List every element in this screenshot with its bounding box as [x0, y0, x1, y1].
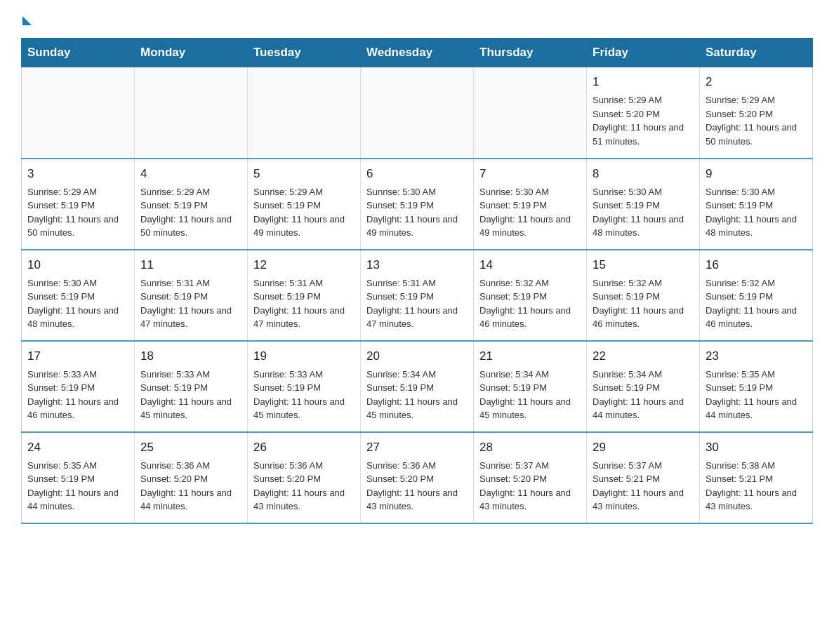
logo-triangle-icon	[22, 16, 32, 25]
day-info: Sunrise: 5:35 AMSunset: 5:19 PMDaylight:…	[27, 459, 128, 514]
calendar-week-5: 24Sunrise: 5:35 AMSunset: 5:19 PMDayligh…	[22, 432, 813, 523]
calendar-cell: 11Sunrise: 5:31 AMSunset: 5:19 PMDayligh…	[135, 250, 248, 341]
day-info: Sunrise: 5:36 AMSunset: 5:20 PMDaylight:…	[253, 459, 355, 514]
day-info: Sunrise: 5:29 AMSunset: 5:19 PMDaylight:…	[253, 185, 355, 240]
day-number: 2	[706, 73, 807, 91]
header-day-thursday: Thursday	[474, 39, 587, 67]
calendar-cell: 9Sunrise: 5:30 AMSunset: 5:19 PMDaylight…	[700, 159, 813, 250]
day-number: 17	[27, 347, 128, 365]
day-info: Sunrise: 5:30 AMSunset: 5:19 PMDaylight:…	[366, 185, 468, 240]
calendar-cell: 27Sunrise: 5:36 AMSunset: 5:20 PMDayligh…	[361, 432, 474, 523]
calendar-cell	[248, 67, 361, 159]
day-info: Sunrise: 5:35 AMSunset: 5:19 PMDaylight:…	[706, 368, 807, 422]
header-day-wednesday: Wednesday	[361, 39, 474, 67]
day-info: Sunrise: 5:30 AMSunset: 5:19 PMDaylight:…	[706, 185, 807, 240]
calendar-body: 1Sunrise: 5:29 AMSunset: 5:20 PMDaylight…	[22, 67, 813, 523]
day-number: 21	[479, 347, 581, 365]
day-number: 15	[593, 256, 694, 274]
calendar-week-3: 10Sunrise: 5:30 AMSunset: 5:19 PMDayligh…	[22, 250, 813, 341]
calendar-cell: 24Sunrise: 5:35 AMSunset: 5:19 PMDayligh…	[22, 432, 135, 523]
calendar-cell	[361, 67, 474, 159]
day-info: Sunrise: 5:31 AMSunset: 5:19 PMDaylight:…	[366, 276, 468, 331]
day-number: 7	[479, 165, 581, 183]
day-number: 3	[27, 165, 128, 183]
day-number: 29	[593, 438, 694, 457]
calendar-week-4: 17Sunrise: 5:33 AMSunset: 5:19 PMDayligh…	[22, 341, 813, 432]
calendar-cell: 10Sunrise: 5:30 AMSunset: 5:19 PMDayligh…	[22, 250, 135, 341]
day-info: Sunrise: 5:34 AMSunset: 5:19 PMDaylight:…	[479, 368, 581, 422]
calendar-cell: 7Sunrise: 5:30 AMSunset: 5:19 PMDaylight…	[474, 159, 587, 250]
day-number: 1	[593, 73, 694, 91]
day-number: 9	[706, 165, 807, 183]
day-number: 22	[593, 347, 694, 365]
calendar-cell: 1Sunrise: 5:29 AMSunset: 5:20 PMDaylight…	[587, 67, 700, 159]
calendar-cell: 17Sunrise: 5:33 AMSunset: 5:19 PMDayligh…	[22, 341, 135, 432]
calendar-cell: 25Sunrise: 5:36 AMSunset: 5:20 PMDayligh…	[135, 432, 248, 523]
calendar-cell: 19Sunrise: 5:33 AMSunset: 5:19 PMDayligh…	[248, 341, 361, 432]
calendar-cell: 29Sunrise: 5:37 AMSunset: 5:21 PMDayligh…	[587, 432, 700, 523]
calendar-cell: 13Sunrise: 5:31 AMSunset: 5:19 PMDayligh…	[361, 250, 474, 341]
day-number: 4	[140, 165, 241, 183]
day-info: Sunrise: 5:29 AMSunset: 5:20 PMDaylight:…	[706, 93, 807, 148]
calendar-cell: 18Sunrise: 5:33 AMSunset: 5:19 PMDayligh…	[135, 341, 248, 432]
day-number: 12	[253, 256, 355, 274]
calendar-cell: 30Sunrise: 5:38 AMSunset: 5:21 PMDayligh…	[700, 432, 813, 523]
day-info: Sunrise: 5:33 AMSunset: 5:19 PMDaylight:…	[253, 368, 355, 422]
day-info: Sunrise: 5:34 AMSunset: 5:19 PMDaylight:…	[593, 368, 694, 422]
calendar-cell	[22, 67, 135, 159]
calendar-cell: 22Sunrise: 5:34 AMSunset: 5:19 PMDayligh…	[587, 341, 700, 432]
header-day-saturday: Saturday	[700, 39, 813, 67]
day-number: 11	[140, 256, 241, 274]
calendar-cell	[135, 67, 248, 159]
calendar-cell: 28Sunrise: 5:37 AMSunset: 5:20 PMDayligh…	[474, 432, 587, 523]
day-info: Sunrise: 5:32 AMSunset: 5:19 PMDaylight:…	[479, 276, 581, 331]
day-number: 5	[253, 165, 355, 183]
day-info: Sunrise: 5:37 AMSunset: 5:20 PMDaylight:…	[479, 459, 581, 514]
day-info: Sunrise: 5:29 AMSunset: 5:19 PMDaylight:…	[140, 185, 241, 240]
calendar-cell: 8Sunrise: 5:30 AMSunset: 5:19 PMDaylight…	[587, 159, 700, 250]
day-number: 16	[706, 256, 807, 274]
header-day-monday: Monday	[135, 39, 248, 67]
day-number: 19	[253, 347, 355, 365]
header-row: SundayMondayTuesdayWednesdayThursdayFrid…	[22, 39, 813, 67]
day-number: 27	[366, 438, 468, 457]
day-number: 20	[366, 347, 468, 365]
day-info: Sunrise: 5:33 AMSunset: 5:19 PMDaylight:…	[140, 368, 241, 422]
header-day-sunday: Sunday	[22, 39, 135, 67]
calendar-week-1: 1Sunrise: 5:29 AMSunset: 5:20 PMDaylight…	[22, 67, 813, 159]
calendar-cell: 3Sunrise: 5:29 AMSunset: 5:19 PMDaylight…	[22, 159, 135, 250]
day-number: 23	[706, 347, 807, 365]
day-info: Sunrise: 5:29 AMSunset: 5:19 PMDaylight:…	[27, 185, 128, 240]
calendar-cell: 20Sunrise: 5:34 AMSunset: 5:19 PMDayligh…	[361, 341, 474, 432]
calendar-cell: 26Sunrise: 5:36 AMSunset: 5:20 PMDayligh…	[248, 432, 361, 523]
calendar-cell: 5Sunrise: 5:29 AMSunset: 5:19 PMDaylight…	[248, 159, 361, 250]
day-number: 26	[253, 438, 355, 457]
day-info: Sunrise: 5:36 AMSunset: 5:20 PMDaylight:…	[140, 459, 241, 514]
calendar-cell: 14Sunrise: 5:32 AMSunset: 5:19 PMDayligh…	[474, 250, 587, 341]
day-info: Sunrise: 5:30 AMSunset: 5:19 PMDaylight:…	[593, 185, 694, 240]
day-number: 13	[366, 256, 468, 274]
day-info: Sunrise: 5:31 AMSunset: 5:19 PMDaylight:…	[140, 276, 241, 331]
day-info: Sunrise: 5:30 AMSunset: 5:19 PMDaylight:…	[479, 185, 581, 240]
day-info: Sunrise: 5:34 AMSunset: 5:19 PMDaylight:…	[366, 368, 468, 422]
day-number: 28	[479, 438, 581, 457]
day-number: 8	[593, 165, 694, 183]
calendar-cell: 6Sunrise: 5:30 AMSunset: 5:19 PMDaylight…	[361, 159, 474, 250]
calendar-cell: 21Sunrise: 5:34 AMSunset: 5:19 PMDayligh…	[474, 341, 587, 432]
day-number: 14	[479, 256, 581, 274]
day-info: Sunrise: 5:29 AMSunset: 5:20 PMDaylight:…	[593, 93, 694, 148]
day-number: 10	[27, 256, 128, 274]
calendar-table: SundayMondayTuesdayWednesdayThursdayFrid…	[21, 38, 813, 524]
logo	[21, 14, 32, 25]
calendar-cell	[474, 67, 587, 159]
calendar-cell: 12Sunrise: 5:31 AMSunset: 5:19 PMDayligh…	[248, 250, 361, 341]
day-info: Sunrise: 5:37 AMSunset: 5:21 PMDaylight:…	[593, 459, 694, 514]
day-info: Sunrise: 5:32 AMSunset: 5:19 PMDaylight:…	[593, 276, 694, 331]
day-number: 30	[706, 438, 807, 457]
day-info: Sunrise: 5:30 AMSunset: 5:19 PMDaylight:…	[27, 276, 128, 331]
day-info: Sunrise: 5:36 AMSunset: 5:20 PMDaylight:…	[366, 459, 468, 514]
day-info: Sunrise: 5:33 AMSunset: 5:19 PMDaylight:…	[27, 368, 128, 422]
day-info: Sunrise: 5:38 AMSunset: 5:21 PMDaylight:…	[706, 459, 807, 514]
day-number: 25	[140, 438, 241, 457]
calendar-cell: 16Sunrise: 5:32 AMSunset: 5:19 PMDayligh…	[700, 250, 813, 341]
